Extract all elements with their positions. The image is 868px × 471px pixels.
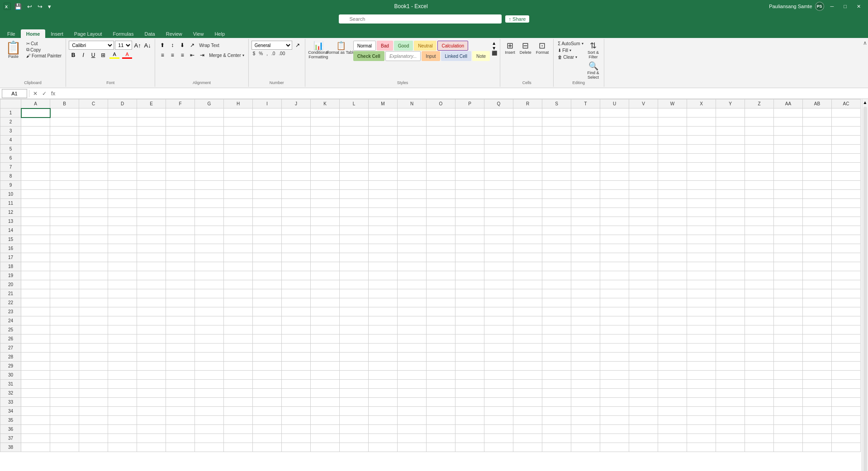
cell-E22[interactable] (137, 298, 166, 307)
cell-J10[interactable] (282, 190, 311, 199)
cell-D19[interactable] (108, 271, 137, 280)
cell-Q21[interactable] (484, 289, 513, 298)
cell-H3[interactable] (224, 127, 253, 136)
cell-G8[interactable] (195, 172, 224, 181)
cell-K12[interactable] (311, 208, 340, 217)
cell-B19[interactable] (50, 271, 79, 280)
row-header-34[interactable]: 34 (0, 407, 21, 416)
cell-AA34[interactable] (774, 407, 803, 416)
cell-X11[interactable] (687, 199, 716, 208)
cell-N11[interactable] (398, 199, 427, 208)
border-button[interactable]: ⊞ (99, 51, 108, 60)
cell-U34[interactable] (600, 407, 629, 416)
cell-AA32[interactable] (774, 389, 803, 398)
cell-F38[interactable] (166, 443, 195, 452)
cell-M36[interactable] (369, 425, 398, 434)
cell-V34[interactable] (629, 407, 658, 416)
cell-S33[interactable] (542, 398, 571, 407)
cell-Y24[interactable] (716, 316, 745, 325)
row-header-32[interactable]: 32 (0, 389, 21, 398)
cell-AA15[interactable] (774, 235, 803, 244)
cell-O9[interactable] (427, 181, 455, 190)
cell-I36[interactable] (253, 425, 282, 434)
cell-L21[interactable] (340, 289, 369, 298)
cell-Z17[interactable] (745, 253, 774, 262)
cell-D23[interactable] (108, 307, 137, 316)
cell-H38[interactable] (224, 443, 253, 452)
cell-AB5[interactable] (803, 145, 832, 154)
cell-G15[interactable] (195, 235, 224, 244)
cell-E26[interactable] (137, 334, 166, 344)
cell-Q38[interactable] (484, 443, 513, 452)
cell-R23[interactable] (513, 307, 542, 316)
cell-N7[interactable] (398, 163, 427, 172)
cell-A37[interactable] (21, 434, 50, 443)
cell-P1[interactable] (455, 108, 484, 118)
cell-R26[interactable] (513, 334, 542, 344)
cell-Z15[interactable] (745, 235, 774, 244)
cell-U37[interactable] (600, 434, 629, 443)
cell-N27[interactable] (398, 344, 427, 353)
cell-W28[interactable] (658, 353, 687, 362)
cell-AC27[interactable] (832, 344, 861, 353)
cell-E11[interactable] (137, 199, 166, 208)
cell-E31[interactable] (137, 380, 166, 389)
cell-C9[interactable] (79, 181, 108, 190)
cell-N6[interactable] (398, 154, 427, 163)
cell-AB24[interactable] (803, 316, 832, 325)
cell-X20[interactable] (687, 280, 716, 289)
cell-AB23[interactable] (803, 307, 832, 316)
accounting-button[interactable]: $ (251, 51, 257, 57)
cell-G3[interactable] (195, 127, 224, 136)
cell-AB31[interactable] (803, 380, 832, 389)
cell-A4[interactable] (21, 136, 50, 145)
cell-O17[interactable] (427, 253, 455, 262)
cell-X27[interactable] (687, 344, 716, 353)
row-header-31[interactable]: 31 (0, 380, 21, 389)
cell-T22[interactable] (571, 298, 600, 307)
number-expand-button[interactable]: ↗ (293, 41, 302, 50)
vertical-scrollbar[interactable]: ▲ ▼ (862, 99, 868, 471)
cell-N38[interactable] (398, 443, 427, 452)
cell-A15[interactable] (21, 235, 50, 244)
cell-S4[interactable] (542, 136, 571, 145)
cell-W37[interactable] (658, 434, 687, 443)
cell-L25[interactable] (340, 325, 369, 334)
cell-V14[interactable] (629, 226, 658, 235)
cell-D1[interactable] (108, 108, 137, 118)
cell-Y8[interactable] (716, 172, 745, 181)
cell-AA10[interactable] (774, 190, 803, 199)
cell-O7[interactable] (427, 163, 455, 172)
cell-E5[interactable] (137, 145, 166, 154)
cell-P38[interactable] (455, 443, 484, 452)
share-button[interactable]: ↑ Share (505, 15, 530, 23)
cell-K8[interactable] (311, 172, 340, 181)
cell-AB12[interactable] (803, 208, 832, 217)
cell-K38[interactable] (311, 443, 340, 452)
cell-M35[interactable] (369, 416, 398, 425)
cell-Y32[interactable] (716, 389, 745, 398)
cell-J12[interactable] (282, 208, 311, 217)
cell-A35[interactable] (21, 416, 50, 425)
cell-AA35[interactable] (774, 416, 803, 425)
cell-Q37[interactable] (484, 434, 513, 443)
cell-A23[interactable] (21, 307, 50, 316)
cell-M33[interactable] (369, 398, 398, 407)
cell-X19[interactable] (687, 271, 716, 280)
cell-O37[interactable] (427, 434, 455, 443)
cell-H26[interactable] (224, 334, 253, 344)
cell-P33[interactable] (455, 398, 484, 407)
cell-O14[interactable] (427, 226, 455, 235)
row-header-7[interactable]: 7 (0, 163, 21, 172)
cell-AC33[interactable] (832, 398, 861, 407)
cell-U8[interactable] (600, 172, 629, 181)
cell-S8[interactable] (542, 172, 571, 181)
cell-K22[interactable] (311, 298, 340, 307)
cell-I38[interactable] (253, 443, 282, 452)
cell-B38[interactable] (50, 443, 79, 452)
cell-S19[interactable] (542, 271, 571, 280)
cell-U21[interactable] (600, 289, 629, 298)
cell-D28[interactable] (108, 353, 137, 362)
cell-D20[interactable] (108, 280, 137, 289)
cell-Q9[interactable] (484, 181, 513, 190)
